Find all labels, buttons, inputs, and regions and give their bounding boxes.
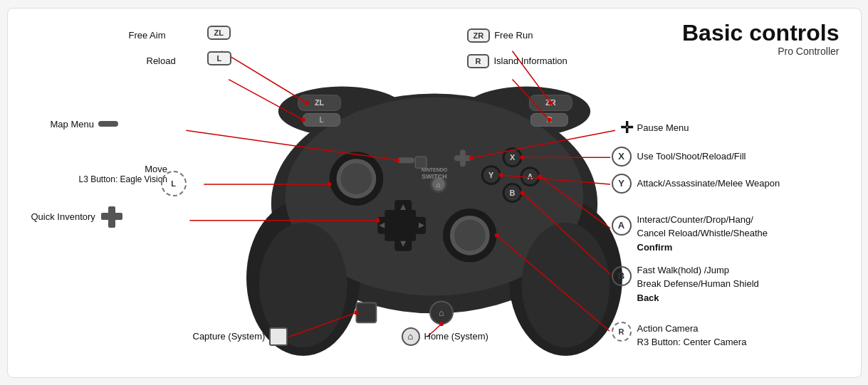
svg-point-4 (462, 86, 590, 136)
svg-point-8 (521, 222, 610, 347)
action-camera-label: Action Camera (637, 322, 747, 336)
svg-text:R: R (546, 115, 552, 124)
zr-button-label: ZR (467, 28, 491, 43)
x-icon: X (612, 147, 632, 167)
svg-point-63 (395, 158, 399, 162)
l-button-label: L (207, 51, 232, 65)
svg-point-32 (504, 185, 520, 201)
page-subtitle: Pro Controller (682, 46, 840, 57)
y-icon: Y (612, 174, 632, 194)
move-area: Move L3 Button: Eagle Vision (79, 164, 168, 184)
dpad-icon (101, 206, 122, 228)
svg-point-65 (469, 156, 473, 160)
svg-point-0 (271, 93, 597, 313)
svg-line-76 (522, 193, 610, 275)
interact-label: Interact/Counter/Drop/Hang/ (637, 213, 768, 227)
r3-label: R3 Button: Center Camera (637, 335, 747, 349)
svg-text:B: B (509, 188, 515, 196)
svg-point-9 (329, 152, 383, 206)
svg-rect-51 (356, 302, 376, 322)
home-area: ⌂ Home (System) (402, 327, 488, 346)
svg-point-12 (442, 208, 496, 262)
svg-point-69 (375, 218, 380, 222)
svg-marker-18 (400, 204, 406, 209)
svg-rect-17 (385, 209, 416, 241)
svg-point-59 (548, 100, 553, 105)
svg-rect-5 (335, 100, 533, 122)
svg-point-75 (538, 174, 542, 179)
svg-line-78 (288, 312, 356, 337)
interact2-label: Cancel Reload/Whistle/Sheathe (637, 226, 768, 241)
svg-text:X: X (509, 153, 515, 162)
svg-marker-19 (400, 241, 406, 246)
svg-point-55 (304, 100, 308, 105)
svg-point-23 (483, 167, 498, 183)
svg-text:⌂: ⌂ (436, 181, 440, 189)
l3-label: L3 Button: Eagle Vision (79, 174, 168, 184)
capture-icon (269, 327, 288, 346)
svg-rect-45 (529, 95, 572, 110)
b-button-area: B Fast Walk(hold) /Jump Break Defense/Hu… (612, 263, 759, 305)
svg-rect-16 (394, 199, 412, 250)
svg-rect-35 (454, 155, 471, 161)
free-run-area: ZR Free Run (467, 28, 533, 43)
svg-line-62 (186, 130, 397, 160)
break-defense-label: Break Defense/Human Shield (637, 277, 759, 291)
svg-point-83 (494, 233, 498, 237)
svg-rect-34 (397, 157, 414, 163)
reload-label: Reload (147, 54, 176, 67)
l3-icon: L (161, 171, 187, 196)
svg-text:ZL: ZL (314, 98, 324, 107)
svg-point-77 (520, 191, 524, 195)
svg-text:NINTENDO: NINTENDO (421, 167, 447, 172)
svg-line-54 (221, 51, 307, 102)
free-aim-label: Free Aim (129, 28, 166, 41)
svg-text:Y: Y (488, 171, 494, 179)
island-info-area: R Island Information (467, 54, 568, 68)
svg-rect-15 (377, 216, 426, 233)
r3-label-group: Action Camera R3 Button: Center Camera (637, 322, 747, 349)
svg-point-67 (327, 182, 331, 186)
svg-line-64 (471, 130, 615, 158)
svg-point-28 (520, 167, 540, 186)
svg-line-74 (540, 176, 610, 228)
svg-point-29 (522, 169, 538, 184)
svg-line-72 (501, 175, 610, 184)
svg-rect-43 (303, 113, 340, 126)
page-title: Basic controls (682, 21, 840, 44)
svg-line-56 (229, 79, 303, 120)
svg-point-26 (504, 149, 520, 165)
svg-rect-47 (530, 113, 568, 126)
home-icon: ⌂ (402, 327, 420, 346)
main-container: Basic controls Pro Controller (7, 8, 862, 378)
r3-icon: R (612, 322, 632, 342)
r3-button-area: R Action Camera R3 Button: Center Camera (612, 322, 747, 349)
svg-rect-40 (415, 157, 427, 168)
controller-body: Y X A B ⌂ (246, 86, 622, 356)
move-label: Move (79, 164, 168, 174)
svg-line-60 (512, 79, 549, 120)
svg-point-11 (340, 163, 372, 194)
b-icon: B (612, 266, 632, 286)
svg-point-81 (439, 322, 443, 326)
svg-point-52 (430, 301, 453, 324)
svg-rect-36 (459, 149, 465, 167)
svg-point-3 (278, 86, 405, 136)
svg-text:L: L (319, 115, 323, 124)
a-button-area: A Interact/Counter/Drop/Hang/ Cancel Rel… (612, 213, 768, 255)
fast-walk-label: Fast Walk(hold) /Jump (637, 263, 759, 278)
svg-point-10 (336, 159, 376, 199)
svg-point-71 (520, 155, 524, 159)
svg-point-73 (498, 173, 503, 177)
confirm-label: Confirm (637, 241, 768, 255)
plus-icon: ✛ (620, 119, 633, 137)
svg-point-79 (354, 310, 358, 315)
b-label-group: Fast Walk(hold) /Jump Break Defense/Huma… (637, 263, 759, 305)
pause-menu-area: ✛ Pause Menu (620, 119, 689, 137)
svg-point-38 (432, 178, 445, 191)
svg-point-14 (454, 219, 485, 250)
svg-rect-41 (298, 95, 340, 110)
svg-point-57 (300, 117, 305, 122)
svg-line-82 (496, 235, 609, 330)
title-area: Basic controls Pro Controller (682, 21, 840, 57)
